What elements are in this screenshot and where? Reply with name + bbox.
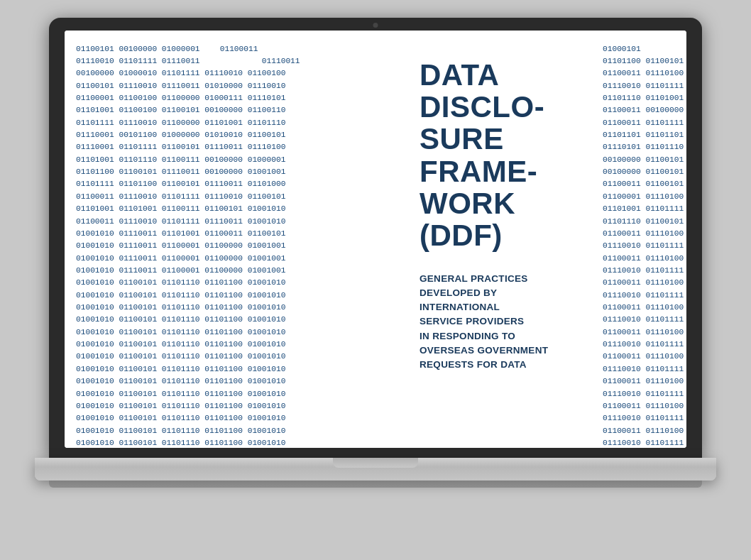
binary-left-text: 01100101 00100000 01000001 01100011 0111… bbox=[76, 43, 398, 448]
center-panel: DATADISCLO­SUREFRAME­WORK(DDF) GENERAL P… bbox=[405, 31, 597, 448]
subtitle-line-3: INTERNATIONAL bbox=[420, 302, 500, 312]
binary-left-panel: 01100101 00100000 01000001 01100011 0111… bbox=[65, 31, 405, 448]
subtitle: GENERAL PRACTICES DEVELOPED BY INTERNATI… bbox=[420, 272, 586, 373]
laptop-bezel: 01100101 00100000 01000001 01100011 0111… bbox=[49, 18, 702, 458]
subtitle-line-6: OVERSEAS GOVERNMENT bbox=[420, 345, 548, 356]
binary-right-panel: 01000101 01101100 01100101 01100011 0111… bbox=[597, 31, 686, 448]
laptop-wrapper: 01100101 00100000 01000001 01100011 0111… bbox=[35, 18, 716, 543]
subtitle-line-4: SERVICE PROVIDERS bbox=[420, 316, 524, 326]
laptop-foot bbox=[49, 481, 702, 488]
laptop-screen: 01100101 00100000 01000001 01100011 0111… bbox=[65, 31, 686, 448]
binary-right-text: 01000101 01101100 01100101 01100011 0111… bbox=[603, 43, 676, 448]
laptop-camera bbox=[373, 23, 378, 28]
subtitle-line-7: REQUESTS FOR DATA bbox=[420, 359, 527, 370]
main-title: DATADISCLO­SUREFRAME­WORK(DDF) bbox=[420, 59, 586, 252]
subtitle-line-2: DEVELOPED BY bbox=[420, 287, 497, 298]
laptop-hinge bbox=[333, 458, 418, 468]
subtitle-line-5: IN RESPONDING TO bbox=[420, 331, 515, 341]
laptop-base bbox=[35, 458, 716, 481]
subtitle-line-1: GENERAL PRACTICES bbox=[420, 273, 528, 284]
